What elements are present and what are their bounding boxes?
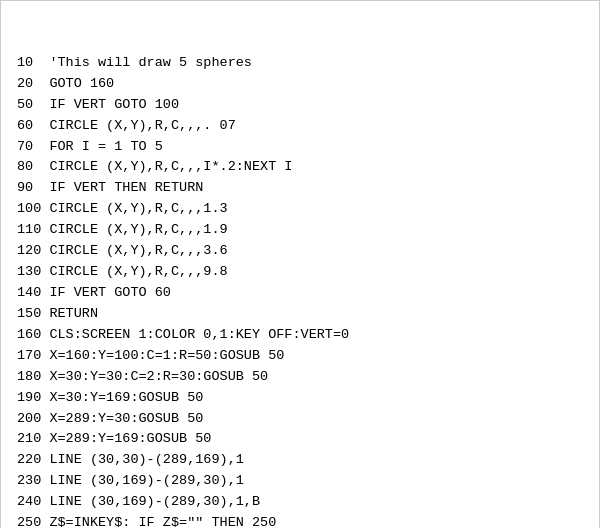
code-line: 190 X=30:Y=169:GOSUB 50: [17, 388, 583, 409]
code-line: 150 RETURN: [17, 304, 583, 325]
code-line: 80 CIRCLE (X,Y),R,C,,,I*.2:NEXT I: [17, 157, 583, 178]
code-line: 170 X=160:Y=100:C=1:R=50:GOSUB 50: [17, 346, 583, 367]
code-line: 160 CLS:SCREEN 1:COLOR 0,1:KEY OFF:VERT=…: [17, 325, 583, 346]
code-block: 10 'This will draw 5 spheres20 GOTO 1605…: [17, 11, 583, 528]
code-line: 90 IF VERT THEN RETURN: [17, 178, 583, 199]
code-line: 180 X=30:Y=30:C=2:R=30:GOSUB 50: [17, 367, 583, 388]
code-line: 130 CIRCLE (X,Y),R,C,,,9.8: [17, 262, 583, 283]
code-line: 20 GOTO 160: [17, 74, 583, 95]
code-line: 70 FOR I = 1 TO 5: [17, 137, 583, 158]
code-line: 110 CIRCLE (X,Y),R,C,,,1.9: [17, 220, 583, 241]
code-line: 210 X=289:Y=169:GOSUB 50: [17, 429, 583, 450]
code-screen: 10 'This will draw 5 spheres20 GOTO 1605…: [0, 0, 600, 528]
code-line: 140 IF VERT GOTO 60: [17, 283, 583, 304]
code-line: 120 CIRCLE (X,Y),R,C,,,3.6: [17, 241, 583, 262]
code-line: 250 Z$=INKEY$: IF Z$="" THEN 250: [17, 513, 583, 528]
code-line: 220 LINE (30,30)-(289,169),1: [17, 450, 583, 471]
code-line: 60 CIRCLE (X,Y),R,C,,,. 07: [17, 116, 583, 137]
code-line: 100 CIRCLE (X,Y),R,C,,,1.3: [17, 199, 583, 220]
code-line: 200 X=289:Y=30:GOSUB 50: [17, 409, 583, 430]
code-line: 230 LINE (30,169)-(289,30),1: [17, 471, 583, 492]
code-line: 240 LINE (30,169)-(289,30),1,B: [17, 492, 583, 513]
code-line: 50 IF VERT GOTO 100: [17, 95, 583, 116]
code-line: 10 'This will draw 5 spheres: [17, 53, 583, 74]
